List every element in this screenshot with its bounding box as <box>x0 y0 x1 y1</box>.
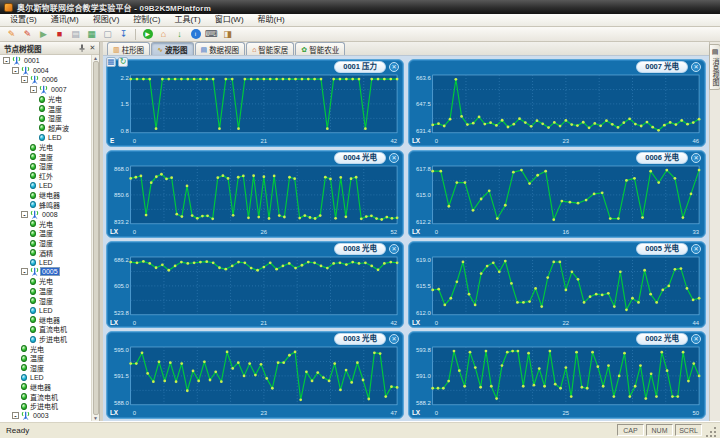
tree-leaf[interactable]: 光电 <box>0 277 91 287</box>
tree-node[interactable]: -0005 <box>0 267 91 277</box>
tab-智能家居[interactable]: ⌂智能家居 <box>246 42 294 55</box>
tree-node[interactable]: -0006 <box>0 75 91 85</box>
panel-close-icon[interactable]: ✕ <box>691 334 701 344</box>
sidebar-scrollbar[interactable]: ▲ ▼ <box>91 55 99 421</box>
panel-close-icon[interactable]: ✕ <box>691 244 701 254</box>
tree-leaf[interactable]: LED <box>0 257 91 267</box>
menu-item[interactable]: 设置(S) <box>3 14 44 26</box>
pin-icon[interactable] <box>77 44 86 53</box>
window-grid-icon[interactable]: ▦ <box>106 57 116 67</box>
tree-leaf[interactable]: 步进电机 <box>0 334 91 344</box>
sidebar-title: 节点树视图 <box>4 43 75 54</box>
panel-close-icon[interactable]: ✕ <box>389 334 399 344</box>
docked-panel-tab[interactable]: ▤ 消息视图 <box>709 44 720 90</box>
menu-item[interactable]: 通讯(M) <box>44 14 86 26</box>
tree-leaf[interactable]: 湿度 <box>0 296 91 306</box>
antenna-icon <box>21 411 30 420</box>
tree-node[interactable]: -0004 <box>0 66 91 76</box>
tree-leaf[interactable]: 湿度 <box>0 238 91 248</box>
image-view-icon[interactable]: ▦ <box>84 28 99 41</box>
tree-leaf[interactable]: 光电 <box>0 94 91 104</box>
scroll-down-icon[interactable]: ▼ <box>93 416 98 420</box>
layout-window-icon[interactable]: ▢ <box>100 28 115 41</box>
svg-text:0: 0 <box>435 410 439 416</box>
down-arrow-icon[interactable]: ↓ <box>172 28 187 41</box>
tree-leaf[interactable]: 继电器 <box>0 190 91 200</box>
chart-title: 0005 光电 <box>636 243 688 255</box>
scroll-up-icon[interactable]: ▲ <box>93 56 98 60</box>
start-monitor-icon[interactable]: ▶ <box>140 28 155 41</box>
tree-leaf[interactable]: 光电 <box>0 142 91 152</box>
scroll-thumb[interactable] <box>93 61 99 415</box>
tree-leaf[interactable]: 温度 <box>0 286 91 296</box>
tree-leaf[interactable]: 湿度 <box>0 363 91 373</box>
tree-leaf[interactable]: 湿度 <box>0 114 91 124</box>
tree-label: 温度 <box>38 152 54 162</box>
tree-leaf[interactable]: LED <box>0 133 91 143</box>
tree-leaf[interactable]: LED <box>0 305 91 315</box>
panel-close-icon[interactable]: ✕ <box>389 62 399 72</box>
tree-leaf[interactable]: 直流电机 <box>0 325 91 335</box>
refresh-icon[interactable]: ↻ <box>118 57 128 67</box>
tab-智能农业[interactable]: ✿智能农业 <box>295 42 345 55</box>
panel-close-icon[interactable]: ✕ <box>389 153 399 163</box>
info-icon[interactable]: i <box>188 28 203 41</box>
tab-波形图[interactable]: ∿波形图 <box>151 42 193 55</box>
play-icon[interactable]: ▶ <box>36 28 51 41</box>
expand-icon[interactable]: - <box>3 57 10 64</box>
tree-leaf[interactable]: 温度 <box>0 229 91 239</box>
expand-icon[interactable]: - <box>12 67 19 74</box>
tab-label: 波形图 <box>165 44 188 55</box>
tree-leaf[interactable]: 继电器 <box>0 315 91 325</box>
tab-数据视图[interactable]: ▤数据视图 <box>195 42 246 55</box>
tree-leaf[interactable]: 继电器 <box>0 382 91 392</box>
menu-item[interactable]: 视图(V) <box>86 14 127 26</box>
tree-leaf[interactable]: 红外 <box>0 171 91 181</box>
edit-pen-icon[interactable]: ✎ <box>4 28 19 41</box>
tree-leaf[interactable]: 湿度 <box>0 162 91 172</box>
expand-icon[interactable]: - <box>21 211 28 218</box>
tree-leaf[interactable]: 温度 <box>0 152 91 162</box>
tree-leaf[interactable]: LED <box>0 373 91 383</box>
resize-grip[interactable] <box>705 425 718 438</box>
svg-text:0: 0 <box>133 228 137 234</box>
tab-柱形图[interactable]: ▥柱形图 <box>107 42 150 55</box>
tree-leaf[interactable]: 蜂鸣器 <box>0 200 91 210</box>
close-icon[interactable]: ✕ <box>88 44 97 53</box>
tree-leaf[interactable]: 直流电机 <box>0 392 91 402</box>
tree-node[interactable]: -0008 <box>0 210 91 220</box>
home-icon[interactable]: ⌂ <box>156 28 171 41</box>
exit-door-icon[interactable]: ◨ <box>220 28 235 41</box>
tree-leaf[interactable]: 温度 <box>0 353 91 363</box>
expand-icon[interactable]: - <box>21 76 28 83</box>
tree-leaf[interactable]: 光电 <box>0 219 91 229</box>
menu-item[interactable]: 窗口(W) <box>208 14 251 26</box>
expand-icon[interactable]: - <box>12 412 19 419</box>
svg-text:686.2: 686.2 <box>114 256 129 262</box>
tree-leaf[interactable]: 超声波 <box>0 123 91 133</box>
data-grid-icon: ▤ <box>201 46 208 53</box>
tree-node[interactable]: -0001 <box>0 56 91 66</box>
panel-close-icon[interactable]: ✕ <box>691 153 701 163</box>
menu-item[interactable]: 控制(C) <box>126 14 167 26</box>
tree-node[interactable]: -0003 <box>0 411 91 421</box>
expand-icon[interactable]: - <box>30 86 37 93</box>
tree-leaf[interactable]: LED <box>0 181 91 191</box>
tab-bar: ▥柱形图∿波形图▤数据视图⌂智能家居✿智能农业 <box>103 42 709 56</box>
tree-node[interactable]: -0007 <box>0 85 91 95</box>
stop-icon[interactable]: ■ <box>52 28 67 41</box>
tree-leaf[interactable]: 步进电机 <box>0 401 91 411</box>
tree-leaf[interactable]: 酒精 <box>0 248 91 258</box>
download-node-icon[interactable]: ↧ <box>116 28 131 41</box>
panel-close-icon[interactable]: ✕ <box>389 244 399 254</box>
write-pen-icon[interactable]: ✎ <box>20 28 35 41</box>
menu-item[interactable]: 工具(T) <box>167 14 207 26</box>
tree-leaf[interactable]: 光电 <box>0 344 91 354</box>
export-window-icon[interactable]: ▤ <box>68 28 83 41</box>
tree-leaf[interactable]: 温度 <box>0 104 91 114</box>
expand-icon[interactable]: - <box>21 268 28 275</box>
panel-close-icon[interactable]: ✕ <box>691 62 701 72</box>
tab-label: 数据视图 <box>209 44 239 55</box>
keyboard-icon[interactable]: ⌨ <box>204 28 219 41</box>
menu-item[interactable]: 帮助(H) <box>251 14 292 26</box>
